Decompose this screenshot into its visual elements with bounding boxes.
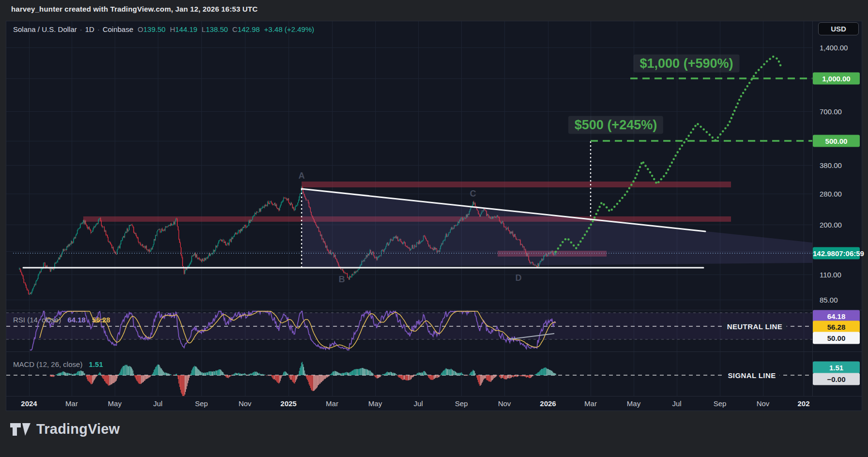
legend-separator2: ·: [97, 25, 100, 33]
ohlc-value: 142.98: [238, 25, 260, 33]
legend-separator: ·: [80, 25, 82, 33]
interval-label: 1D: [85, 25, 94, 33]
tradingview-logo[interactable]: TradingView: [10, 421, 120, 437]
macd-legend: MACD (12, 26, close) 1.51: [13, 360, 103, 368]
symbol-legend: Solana / U.S. Dollar·1D·CoinbaseO139.50H…: [13, 25, 314, 33]
neutral-line-label: NEUTRAL LINE: [723, 322, 787, 331]
ohlc-value: 144.19: [175, 25, 198, 33]
tradingview-logo-icon: [10, 422, 31, 437]
ohlc-value: 139.50: [143, 25, 166, 33]
rsi-title: RSI (14, close): [13, 316, 61, 324]
rsi-legend: RSI (14, close) 64.18 56.28: [13, 316, 110, 324]
currency-toggle-button[interactable]: USD: [818, 22, 859, 35]
chart-canvas[interactable]: [6, 21, 862, 411]
watermark-text: harvey_hunter created with TradingView.c…: [11, 5, 258, 13]
rsi-value: 64.18: [67, 316, 86, 324]
rsi-ma-value: 56.28: [92, 316, 110, 324]
chart-widget[interactable]: Solana / U.S. Dollar·1D·CoinbaseO139.50H…: [6, 21, 862, 411]
macd-value: 1.51: [89, 360, 103, 368]
ohlc-letter: H: [170, 25, 175, 33]
ohlc-letter: O: [137, 25, 143, 33]
signal-line-label: SIGNAL LINE: [724, 371, 779, 380]
tradingview-logo-text: TradingView: [36, 421, 120, 437]
change-value: +3.48 (+2.49%): [264, 25, 314, 33]
ohlc-letter: C: [232, 25, 238, 33]
symbol-name: Solana / U.S. Dollar: [13, 25, 77, 33]
ohlc-values: O139.50H144.19L138.50C142.98: [133, 25, 259, 33]
macd-title: MACD (12, 26, close): [13, 360, 82, 368]
ohlc-value: 138.50: [206, 25, 228, 33]
ohlc-letter: L: [202, 25, 206, 33]
exchange-label: Coinbase: [103, 25, 133, 33]
